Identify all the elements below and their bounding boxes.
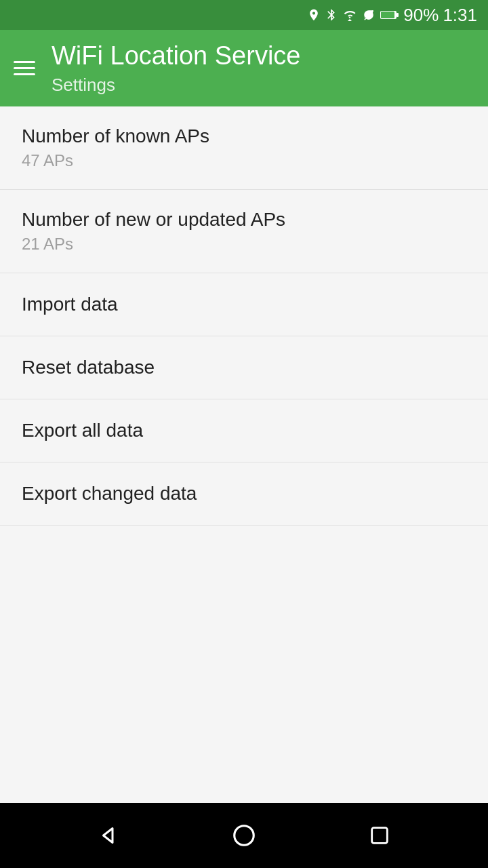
status-icons: 90% 1:31: [307, 5, 477, 26]
setting-new-updated-aps[interactable]: Number of new or updated APs 21 APs: [0, 190, 488, 273]
recents-icon: [368, 824, 391, 847]
app-bar: WiFi Location Service Settings: [0, 30, 488, 106]
reset-database-label: Reset database: [22, 357, 155, 378]
clock: 1:31: [443, 5, 477, 26]
app-subtitle: Settings: [52, 75, 300, 96]
back-button[interactable]: [81, 808, 136, 863]
battery-percentage: 90%: [403, 5, 439, 26]
svg-marker-3: [104, 829, 113, 843]
recents-button[interactable]: [352, 808, 407, 863]
back-icon: [96, 823, 121, 848]
settings-list: Number of known APs 47 APs Number of new…: [0, 106, 488, 803]
svg-point-4: [235, 826, 254, 846]
location-icon: [307, 8, 321, 22]
signal-icon: [361, 9, 376, 21]
svg-rect-1: [381, 12, 394, 18]
new-updated-aps-title: Number of new or updated APs: [22, 209, 466, 231]
setting-import-data[interactable]: Import data: [0, 273, 488, 336]
svg-rect-2: [396, 13, 399, 17]
status-bar: 90% 1:31: [0, 0, 488, 30]
wifi-icon: [342, 9, 357, 21]
home-button[interactable]: [217, 808, 271, 863]
setting-known-aps[interactable]: Number of known APs 47 APs: [0, 106, 488, 190]
setting-export-all-data[interactable]: Export all data: [0, 399, 488, 462]
app-title: WiFi Location Service: [52, 41, 300, 72]
known-aps-value: 47 APs: [22, 151, 466, 170]
app-bar-titles: WiFi Location Service Settings: [52, 41, 300, 96]
setting-export-changed-data[interactable]: Export changed data: [0, 462, 488, 526]
known-aps-title: Number of known APs: [22, 125, 466, 147]
export-changed-data-label: Export changed data: [22, 483, 197, 505]
menu-button[interactable]: [14, 61, 35, 75]
export-all-data-label: Export all data: [22, 420, 143, 441]
home-icon: [231, 823, 257, 848]
svg-rect-5: [372, 828, 388, 844]
battery-icon: [380, 8, 399, 22]
new-updated-aps-value: 21 APs: [22, 235, 466, 254]
nav-bar: [0, 803, 488, 868]
setting-reset-database[interactable]: Reset database: [0, 336, 488, 399]
bluetooth-icon: [325, 8, 338, 22]
import-data-label: Import data: [22, 294, 118, 315]
